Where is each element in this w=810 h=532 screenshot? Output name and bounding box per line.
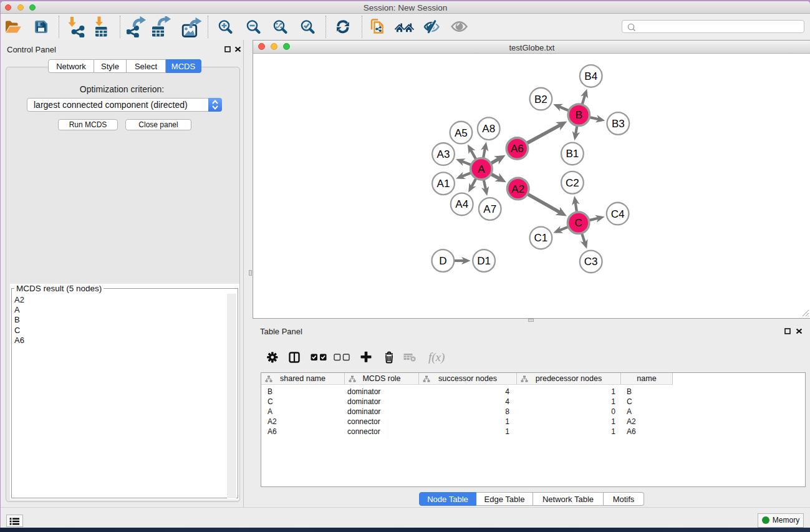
svg-text:B3: B3 xyxy=(612,118,625,130)
svg-text:C1: C1 xyxy=(534,232,548,244)
svg-text:D: D xyxy=(439,255,446,267)
svg-text:A2: A2 xyxy=(511,183,524,195)
svg-text:C4: C4 xyxy=(611,208,625,220)
svg-text:A: A xyxy=(478,163,485,175)
svg-text:B4: B4 xyxy=(584,70,597,82)
svg-text:C: C xyxy=(574,217,582,229)
svg-text:B: B xyxy=(576,109,582,121)
svg-text:A8: A8 xyxy=(482,123,495,135)
svg-text:A3: A3 xyxy=(437,148,450,160)
svg-text:C3: C3 xyxy=(584,256,598,268)
svg-text:B2: B2 xyxy=(534,94,547,105)
svg-text:A1: A1 xyxy=(437,178,450,190)
svg-text:A5: A5 xyxy=(455,127,468,139)
svg-text:D1: D1 xyxy=(477,255,491,267)
svg-text:B1: B1 xyxy=(566,148,579,160)
svg-text:A7: A7 xyxy=(483,203,496,215)
svg-text:A6: A6 xyxy=(511,143,524,155)
svg-text:C2: C2 xyxy=(566,177,579,189)
svg-text:A4: A4 xyxy=(455,198,468,210)
